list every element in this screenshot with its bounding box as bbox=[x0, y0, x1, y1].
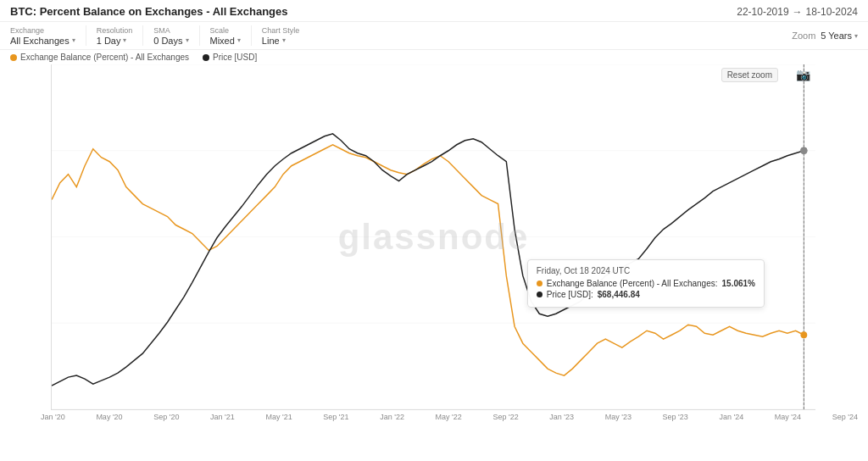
legend-dot-exchange bbox=[10, 54, 17, 61]
x-label-sep22: Sep '22 bbox=[492, 413, 518, 421]
toolbar: Exchange All Exchanges ▾ Resolution 1 Da… bbox=[0, 22, 868, 50]
tooltip-date: Friday, Oct 18 2024 UTC bbox=[537, 266, 755, 275]
x-label-jan23: Jan '23 bbox=[549, 413, 574, 421]
black-end-dot bbox=[800, 147, 807, 154]
exchange-selector[interactable]: Exchange All Exchanges ▾ bbox=[10, 26, 75, 46]
chart-container: 17.2% 16.4% 15.6% 14.8% glassnode Reset … bbox=[0, 64, 868, 410]
divider2 bbox=[142, 25, 143, 46]
legend: Exchange Balance (Percent) - All Exchang… bbox=[0, 50, 868, 64]
tooltip-dot-exchange bbox=[537, 280, 542, 286]
camera-icon[interactable]: 📷 bbox=[796, 68, 810, 81]
sma-chevron: ▾ bbox=[186, 36, 189, 44]
chart-style-selector[interactable]: Chart Style Line ▾ bbox=[262, 26, 300, 46]
scale-selector[interactable]: Scale Mixed ▾ bbox=[210, 26, 241, 46]
zoom-selector[interactable]: 5 Years ▾ bbox=[821, 31, 858, 41]
x-label-jan22: Jan '22 bbox=[380, 413, 404, 421]
chart-title: BTC: Percent Balance on Exchanges - All … bbox=[10, 5, 288, 18]
legend-dot-price bbox=[203, 54, 209, 61]
sma-selector[interactable]: SMA 0 Days ▾ bbox=[153, 26, 188, 46]
tooltip: Friday, Oct 18 2024 UTC Exchange Balance… bbox=[527, 259, 765, 308]
resolution-selector[interactable]: Resolution 1 Day ▾ bbox=[97, 26, 133, 46]
x-label-may24: May '24 bbox=[775, 413, 801, 421]
x-label-may23: May '23 bbox=[605, 413, 632, 421]
x-label-may20: May '20 bbox=[96, 413, 122, 421]
scale-chevron: ▾ bbox=[237, 36, 241, 44]
divider1 bbox=[86, 25, 86, 46]
x-label-sep23: Sep '23 bbox=[663, 413, 688, 421]
x-label-jan24: Jan '24 bbox=[719, 413, 743, 421]
x-axis: Jan '20 May '20 Sep '20 Jan '21 May '21 … bbox=[41, 410, 858, 421]
x-label-may21: May '21 bbox=[265, 413, 292, 421]
zoom-chevron: ▾ bbox=[854, 32, 858, 40]
zoom-section: Zoom 5 Years ▾ bbox=[792, 31, 858, 41]
header: BTC: Percent Balance on Exchanges - All … bbox=[0, 0, 868, 22]
orange-end-dot bbox=[800, 331, 807, 338]
x-label-sep20: Sep '20 bbox=[153, 413, 179, 421]
tooltip-row-exchange: Exchange Balance (Percent) - All Exchang… bbox=[537, 279, 755, 288]
resolution-chevron: ▾ bbox=[123, 36, 126, 44]
legend-item-price: Price [USD] bbox=[203, 53, 257, 62]
x-label-sep21: Sep '21 bbox=[323, 413, 348, 421]
chart-area: glassnode Reset zoom 📷 bbox=[51, 64, 815, 410]
x-label-jan20: Jan '20 bbox=[41, 413, 65, 421]
tooltip-dot-price bbox=[537, 292, 542, 297]
divider4 bbox=[251, 25, 252, 46]
exchange-chevron: ▾ bbox=[72, 36, 75, 44]
date-range: 22-10-2019 → 18-10-2024 bbox=[737, 6, 858, 18]
divider3 bbox=[199, 25, 200, 46]
x-label-may22: May '22 bbox=[436, 413, 462, 421]
legend-item-exchange: Exchange Balance (Percent) - All Exchang… bbox=[10, 53, 189, 62]
tooltip-row-price: Price [USD]: $68,446.84 bbox=[537, 290, 755, 299]
reset-zoom-button[interactable]: Reset zoom bbox=[721, 68, 778, 82]
x-label-jan21: Jan '21 bbox=[210, 413, 235, 421]
chart-style-chevron: ▾ bbox=[282, 36, 286, 44]
chart-svg bbox=[52, 64, 815, 409]
x-label-sep24: Sep '24 bbox=[832, 413, 858, 421]
